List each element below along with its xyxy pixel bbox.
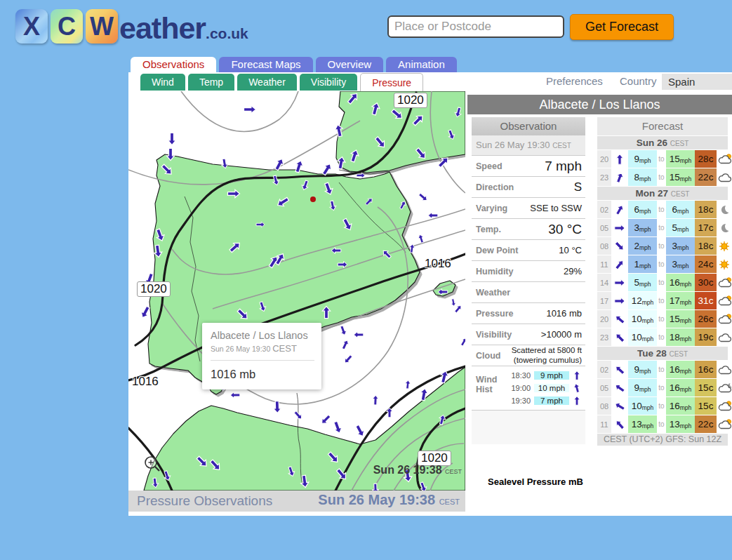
- forecast-row: 2310mphto18mph19c: [597, 328, 728, 346]
- cloud-sun-icon: [717, 274, 728, 291]
- forecast-row: 082mphto3mph18c: [597, 237, 728, 255]
- temperature-cell: 17c: [695, 219, 717, 236]
- forecast-hour: 20: [597, 310, 611, 328]
- zoom-in-icon[interactable]: [142, 454, 162, 474]
- forecast-hour: 23: [597, 168, 611, 186]
- wind-speed-low: 13mph: [628, 415, 657, 433]
- subtab-temp[interactable]: Temp: [188, 74, 234, 91]
- temperature-cell: 19c: [695, 328, 717, 346]
- get-forecast-button[interactable]: Get Forecast: [570, 14, 674, 40]
- isobar-label: 1020: [394, 93, 427, 108]
- wind-speed-low: 9mph: [628, 379, 657, 396]
- cloud-sun-icon: [717, 292, 728, 309]
- wind-history-row: Wind Hist18:309 mph19:0010 mph19:307 mph: [472, 366, 585, 411]
- pressure-map[interactable]: 10201016102010161020 Sun 26 19:38 CEST A…: [128, 91, 465, 491]
- wind-speed-low: 6mph: [628, 201, 657, 218]
- observation-row: Dew Point10 °C: [472, 240, 585, 261]
- temperature-cell: 30c: [695, 274, 717, 291]
- forecast-hour: 02: [597, 201, 611, 218]
- map-status-bar: Pressure Observations Sun 26 May 19:38 C…: [128, 491, 465, 512]
- forecast-row: 2010mphto15mph26c: [597, 310, 728, 328]
- wind-speed-high: 16mph: [666, 274, 695, 291]
- logo-tile-c[interactable]: C: [51, 9, 83, 44]
- temperature-cell: 22c: [695, 415, 717, 433]
- tab-overview[interactable]: Overview: [316, 57, 384, 72]
- wind-speed-low: 10mph: [628, 328, 657, 346]
- station-marker[interactable]: [310, 196, 316, 202]
- station-popup: Albacete / Los Llanos Sun 26 May 19:30 C…: [202, 323, 321, 389]
- wind-direction-arrow: [611, 292, 628, 309]
- popup-title: Albacete / Los Llanos: [211, 330, 314, 341]
- observation-panel: Observation Sun 26 May 19:30 CEST Speed7…: [472, 117, 585, 444]
- map-canvas[interactable]: [128, 91, 465, 491]
- logo-letter: C: [58, 12, 76, 41]
- wind-speed-high: 17mph: [666, 292, 695, 309]
- wind-speed-high: 16mph: [666, 361, 695, 378]
- forecast-day-header: Sun 26 CEST: [597, 136, 728, 149]
- map-mode-label: Pressure Observations: [137, 493, 272, 509]
- to-label: to: [657, 328, 666, 346]
- to-label: to: [657, 361, 666, 378]
- temperature-cell: 16c: [695, 361, 717, 378]
- wind-speed-high: 16mph: [666, 397, 695, 415]
- forecast-row: 1113mphto13mph22c: [597, 415, 728, 433]
- wind-speed-high: 15mph: [666, 150, 695, 168]
- temperature-cell: 15c: [695, 397, 717, 415]
- country-select[interactable]: Spain: [662, 74, 732, 90]
- brand-main: eather: [119, 11, 206, 45]
- cloud-sun-icon: [717, 415, 728, 433]
- search-input[interactable]: [387, 15, 564, 38]
- main-tab-bar: Observations Forecast Maps Overview Anim…: [131, 57, 457, 72]
- observation-row: VaryingSSE to SSW: [472, 198, 585, 219]
- subtab-visibility[interactable]: Visibility: [300, 74, 357, 91]
- wind-direction-arrow: [611, 168, 628, 186]
- forecast-hour: 17: [597, 292, 611, 309]
- temperature-cell: 28c: [695, 150, 717, 168]
- temperature-cell: 24c: [695, 255, 717, 273]
- temperature-cell: 31c: [695, 292, 717, 309]
- tab-animation[interactable]: Animation: [386, 57, 457, 72]
- to-label: to: [657, 255, 666, 273]
- temperature-cell: 22c: [695, 168, 717, 186]
- forecast-footer: CEST (UTC+2) GFS: Sun 12Z: [597, 434, 728, 446]
- logo-tile-w[interactable]: W: [86, 9, 118, 44]
- wind-speed-high: 3mph: [666, 255, 695, 273]
- preferences-link[interactable]: Preferences: [546, 75, 603, 87]
- observation-row: Humidity29%: [472, 261, 585, 282]
- wind-direction-arrow: [611, 255, 628, 273]
- forecast-hour: 11: [597, 415, 611, 433]
- temperature-cell: 26c: [695, 310, 717, 328]
- forecast-hour: 20: [597, 150, 611, 168]
- logo-letter: X: [23, 12, 40, 41]
- temperature-cell: 15c: [695, 379, 717, 396]
- forecast-hour: 14: [597, 274, 611, 291]
- cloud-sun-icon: [717, 397, 728, 415]
- observation-row: Weather: [472, 282, 585, 303]
- subtab-pressure[interactable]: Pressure: [360, 73, 423, 92]
- subtab-wind[interactable]: Wind: [140, 74, 185, 91]
- wind-direction-arrow: [611, 150, 628, 168]
- sealevel-pressure-note: Sealevel Pressure mB: [488, 476, 583, 487]
- tab-observations[interactable]: Observations: [131, 57, 216, 72]
- wind-speed-low: 10mph: [628, 310, 657, 328]
- forecast-day-header: Tue 28 CEST: [597, 347, 728, 360]
- forecast-row: 145mphto16mph30c: [597, 274, 728, 291]
- wind-speed-high: 3mph: [666, 237, 695, 255]
- forecast-day-header: Mon 27 CEST: [597, 187, 728, 200]
- wind-speed-low: 9mph: [628, 361, 657, 378]
- forecast-hour: 02: [597, 361, 611, 378]
- wind-speed-low: 5mph: [628, 274, 657, 291]
- isobar-label: 1016: [425, 257, 451, 271]
- tab-forecast-maps[interactable]: Forecast Maps: [219, 57, 312, 72]
- forecast-row: 111mphto3mph24c: [597, 255, 728, 273]
- forecast-hour: 08: [597, 237, 611, 255]
- brand-text[interactable]: eather.co.uk: [119, 11, 248, 46]
- logo-tile-x[interactable]: X: [15, 9, 48, 44]
- wind-speed-low: 12mph: [628, 292, 657, 309]
- xcweather-page: X C W eather.co.uk Get Forecast Observat…: [0, 0, 732, 560]
- observation-row: Visibility>10000 m: [472, 324, 585, 345]
- observation-row: Speed7 mph: [472, 156, 585, 177]
- cloud-icon: [717, 328, 728, 346]
- subtab-weather[interactable]: Weather: [237, 74, 297, 91]
- to-label: to: [657, 168, 666, 186]
